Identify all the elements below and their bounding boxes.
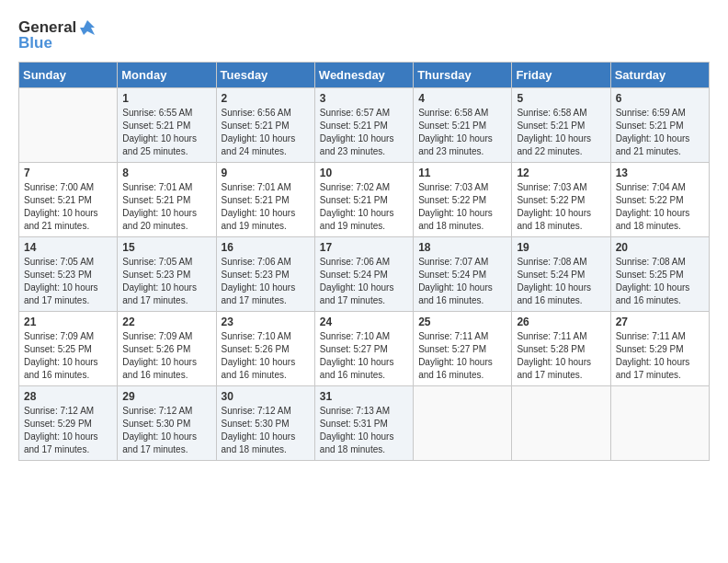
day-cell: 28Sunrise: 7:12 AMSunset: 5:29 PMDayligh…	[19, 385, 118, 460]
day-cell: 6Sunrise: 6:59 AMSunset: 5:21 PMDaylight…	[610, 87, 709, 162]
day-number: 5	[517, 92, 605, 105]
day-cell: 9Sunrise: 7:01 AMSunset: 5:21 PMDaylight…	[216, 162, 314, 236]
day-number: 28	[24, 390, 112, 403]
day-cell: 14Sunrise: 7:05 AMSunset: 5:23 PMDayligh…	[19, 236, 118, 311]
day-cell: 27Sunrise: 7:11 AMSunset: 5:29 PMDayligh…	[610, 311, 709, 385]
day-info: Sunrise: 7:05 AMSunset: 5:23 PMDaylight:…	[122, 256, 210, 307]
day-info: Sunrise: 6:59 AMSunset: 5:21 PMDaylight:…	[616, 107, 704, 158]
day-number: 14	[24, 241, 112, 254]
day-info: Sunrise: 6:55 AMSunset: 5:21 PMDaylight:…	[122, 107, 210, 158]
day-number: 16	[222, 241, 310, 254]
day-cell: 19Sunrise: 7:08 AMSunset: 5:24 PMDayligh…	[512, 236, 610, 311]
day-info: Sunrise: 7:09 AMSunset: 5:25 PMDaylight:…	[24, 330, 112, 382]
day-cell: 21Sunrise: 7:09 AMSunset: 5:25 PMDayligh…	[19, 311, 118, 385]
col-header-monday: Monday	[118, 62, 216, 87]
day-cell: 25Sunrise: 7:11 AMSunset: 5:27 PMDayligh…	[414, 311, 512, 385]
day-info: Sunrise: 7:08 AMSunset: 5:25 PMDaylight:…	[616, 256, 704, 307]
week-row-5: 28Sunrise: 7:12 AMSunset: 5:29 PMDayligh…	[19, 385, 710, 460]
day-cell: 31Sunrise: 7:13 AMSunset: 5:31 PMDayligh…	[314, 385, 413, 460]
day-cell: 30Sunrise: 7:12 AMSunset: 5:30 PMDayligh…	[216, 385, 314, 460]
day-info: Sunrise: 7:09 AMSunset: 5:26 PMDaylight:…	[122, 330, 210, 382]
logo: General Blue	[18, 18, 97, 52]
day-number: 30	[222, 390, 310, 403]
day-info: Sunrise: 7:06 AMSunset: 5:23 PMDaylight:…	[222, 256, 310, 307]
day-info: Sunrise: 7:12 AMSunset: 5:30 PMDaylight:…	[122, 405, 210, 456]
col-header-wednesday: Wednesday	[314, 62, 413, 87]
day-info: Sunrise: 6:58 AMSunset: 5:21 PMDaylight:…	[517, 107, 605, 158]
day-cell: 24Sunrise: 7:10 AMSunset: 5:27 PMDayligh…	[314, 311, 413, 385]
page-header: General Blue	[18, 18, 710, 52]
day-cell	[610, 385, 709, 460]
col-header-sunday: Sunday	[19, 62, 118, 87]
day-info: Sunrise: 7:04 AMSunset: 5:22 PMDaylight:…	[616, 181, 704, 233]
day-info: Sunrise: 7:12 AMSunset: 5:30 PMDaylight:…	[222, 405, 310, 456]
day-info: Sunrise: 7:02 AMSunset: 5:21 PMDaylight:…	[320, 181, 408, 233]
day-info: Sunrise: 7:00 AMSunset: 5:21 PMDaylight:…	[24, 181, 112, 233]
logo-container: General Blue	[18, 18, 97, 52]
day-number: 2	[222, 92, 310, 105]
day-cell: 2Sunrise: 6:56 AMSunset: 5:21 PMDaylight…	[216, 87, 314, 162]
day-cell: 23Sunrise: 7:10 AMSunset: 5:26 PMDayligh…	[216, 311, 314, 385]
day-cell: 16Sunrise: 7:06 AMSunset: 5:23 PMDayligh…	[216, 236, 314, 311]
day-number: 24	[320, 316, 408, 328]
day-cell: 22Sunrise: 7:09 AMSunset: 5:26 PMDayligh…	[118, 311, 216, 385]
day-info: Sunrise: 7:01 AMSunset: 5:21 PMDaylight:…	[122, 181, 210, 233]
day-cell: 11Sunrise: 7:03 AMSunset: 5:22 PMDayligh…	[414, 162, 512, 236]
day-info: Sunrise: 7:08 AMSunset: 5:24 PMDaylight:…	[517, 256, 605, 307]
day-number: 25	[418, 316, 506, 328]
day-number: 9	[222, 167, 310, 179]
day-number: 23	[222, 316, 310, 328]
day-cell: 13Sunrise: 7:04 AMSunset: 5:22 PMDayligh…	[610, 162, 709, 236]
day-cell: 20Sunrise: 7:08 AMSunset: 5:25 PMDayligh…	[610, 236, 709, 311]
week-row-1: 1Sunrise: 6:55 AMSunset: 5:21 PMDaylight…	[19, 87, 710, 162]
day-info: Sunrise: 7:12 AMSunset: 5:29 PMDaylight:…	[24, 405, 112, 456]
day-number: 27	[616, 316, 704, 328]
day-number: 22	[122, 316, 210, 328]
day-number: 13	[616, 167, 704, 179]
day-cell: 5Sunrise: 6:58 AMSunset: 5:21 PMDaylight…	[512, 87, 610, 162]
day-number: 21	[24, 316, 112, 328]
day-info: Sunrise: 7:05 AMSunset: 5:23 PMDaylight:…	[24, 256, 112, 307]
day-number: 3	[320, 92, 408, 105]
day-number: 8	[122, 167, 210, 179]
day-cell: 10Sunrise: 7:02 AMSunset: 5:21 PMDayligh…	[314, 162, 413, 236]
header-row: SundayMondayTuesdayWednesdayThursdayFrid…	[19, 62, 710, 87]
day-info: Sunrise: 6:58 AMSunset: 5:21 PMDaylight:…	[418, 107, 506, 158]
day-number: 18	[418, 241, 506, 254]
logo-blue: Blue	[18, 35, 97, 52]
col-header-thursday: Thursday	[414, 62, 512, 87]
day-cell: 1Sunrise: 6:55 AMSunset: 5:21 PMDaylight…	[118, 87, 216, 162]
calendar-table: SundayMondayTuesdayWednesdayThursdayFrid…	[18, 62, 710, 461]
day-number: 17	[320, 241, 408, 254]
day-info: Sunrise: 6:56 AMSunset: 5:21 PMDaylight:…	[222, 107, 310, 158]
day-info: Sunrise: 6:57 AMSunset: 5:21 PMDaylight:…	[320, 107, 408, 158]
day-info: Sunrise: 7:10 AMSunset: 5:26 PMDaylight:…	[222, 330, 310, 382]
day-cell: 12Sunrise: 7:03 AMSunset: 5:22 PMDayligh…	[512, 162, 610, 236]
day-info: Sunrise: 7:01 AMSunset: 5:21 PMDaylight:…	[222, 181, 310, 233]
day-info: Sunrise: 7:03 AMSunset: 5:22 PMDaylight:…	[517, 181, 605, 233]
col-header-friday: Friday	[512, 62, 610, 87]
day-number: 1	[122, 92, 210, 105]
day-number: 29	[122, 390, 210, 403]
day-number: 12	[517, 167, 605, 179]
day-info: Sunrise: 7:03 AMSunset: 5:22 PMDaylight:…	[418, 181, 506, 233]
day-number: 11	[418, 167, 506, 179]
day-info: Sunrise: 7:11 AMSunset: 5:27 PMDaylight:…	[418, 330, 506, 382]
day-cell: 3Sunrise: 6:57 AMSunset: 5:21 PMDaylight…	[314, 87, 413, 162]
col-header-tuesday: Tuesday	[216, 62, 314, 87]
day-number: 6	[616, 92, 704, 105]
day-number: 20	[616, 241, 704, 254]
day-cell: 7Sunrise: 7:00 AMSunset: 5:21 PMDaylight…	[19, 162, 118, 236]
day-cell: 4Sunrise: 6:58 AMSunset: 5:21 PMDaylight…	[414, 87, 512, 162]
day-number: 26	[517, 316, 605, 328]
day-cell	[414, 385, 512, 460]
day-cell	[512, 385, 610, 460]
day-info: Sunrise: 7:11 AMSunset: 5:28 PMDaylight:…	[517, 330, 605, 382]
day-number: 7	[24, 167, 112, 179]
day-number: 31	[320, 390, 408, 403]
day-cell: 15Sunrise: 7:05 AMSunset: 5:23 PMDayligh…	[118, 236, 216, 311]
day-cell: 18Sunrise: 7:07 AMSunset: 5:24 PMDayligh…	[414, 236, 512, 311]
day-cell: 26Sunrise: 7:11 AMSunset: 5:28 PMDayligh…	[512, 311, 610, 385]
day-info: Sunrise: 7:10 AMSunset: 5:27 PMDaylight:…	[320, 330, 408, 382]
day-number: 10	[320, 167, 408, 179]
